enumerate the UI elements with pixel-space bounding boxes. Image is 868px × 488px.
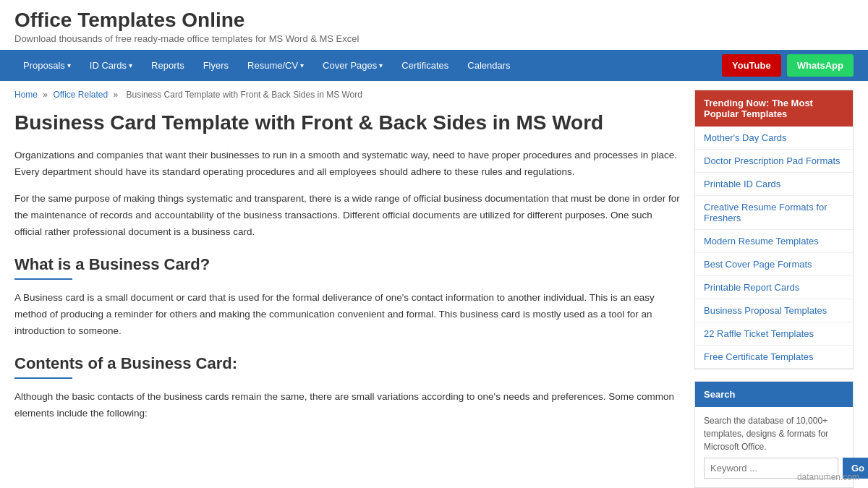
nav-item-id-cards[interactable]: ID Cards ▾ <box>81 50 141 81</box>
site-title: Office Templates Online <box>14 9 854 32</box>
list-item: Modern Resume Templates <box>695 230 853 253</box>
sidebar: Trending Now: The Most Popular Templates… <box>694 90 854 488</box>
breadcrumb-current: Business Card Template with Front & Back… <box>127 90 362 100</box>
section-underline <box>14 278 72 280</box>
article-para1: Organizations and companies that want th… <box>14 147 680 181</box>
section2-para: Although the basic contacts of the busin… <box>14 389 680 422</box>
trending-link[interactable]: Mother's Day Cards <box>695 127 853 149</box>
nav-item-proposals[interactable]: Proposals ▾ <box>14 50 80 81</box>
nav-item-resume-cv[interactable]: Resume/CV ▾ <box>239 50 312 81</box>
list-item: Creative Resume Formats for Freshers <box>695 196 853 230</box>
main-content: Home » Office Related » Business Card Te… <box>14 90 680 488</box>
article-para2: For the same purpose of making things sy… <box>14 191 680 241</box>
section1-heading: What is a Business Card? <box>14 255 680 274</box>
nav-item-calendars[interactable]: Calendars <box>459 50 519 81</box>
trending-link[interactable]: Best Cover Page Formats <box>695 253 853 275</box>
nav-bar: Proposals ▾ ID Cards ▾ Reports Flyers Re… <box>0 50 868 81</box>
list-item: Doctor Prescription Pad Formats <box>695 150 853 173</box>
section2-heading: Contents of a Business Card: <box>14 354 680 373</box>
trending-list: Mother's Day CardsDoctor Prescription Pa… <box>695 127 853 369</box>
site-header: Office Templates Online Download thousan… <box>0 0 868 50</box>
nav-item-cover-pages[interactable]: Cover Pages ▾ <box>314 50 391 81</box>
list-item: Printable Report Cards <box>695 276 853 299</box>
list-item: Business Proposal Templates <box>695 299 853 322</box>
trending-link[interactable]: Creative Resume Formats for Freshers <box>695 196 853 229</box>
chevron-down-icon: ▾ <box>300 61 304 69</box>
trending-box: Trending Now: The Most Popular Templates… <box>694 90 854 369</box>
footer-watermark: datanumen.com <box>797 472 859 482</box>
search-description: Search the database of 10,000+ templates… <box>695 407 853 458</box>
chevron-down-icon: ▾ <box>67 61 71 69</box>
search-header: Search <box>695 382 853 407</box>
whatsapp-button[interactable]: WhatsApp <box>787 54 854 77</box>
trending-link[interactable]: Printable Report Cards <box>695 276 853 299</box>
breadcrumb: Home » Office Related » Business Card Te… <box>14 90 680 100</box>
trending-link[interactable]: Free Certificate Templates <box>695 346 853 368</box>
breadcrumb-home[interactable]: Home <box>14 90 38 100</box>
trending-header: Trending Now: The Most Popular Templates <box>695 90 853 127</box>
nav-item-reports[interactable]: Reports <box>142 50 193 81</box>
nav-item-flyers[interactable]: Flyers <box>195 50 237 81</box>
trending-link[interactable]: 22 Raffle Ticket Templates <box>695 322 853 345</box>
trending-link[interactable]: Business Proposal Templates <box>695 299 853 322</box>
trending-link[interactable]: Modern Resume Templates <box>695 230 853 252</box>
chevron-down-icon: ▾ <box>379 61 383 69</box>
site-subtitle: Download thousands of free ready-made of… <box>14 33 854 44</box>
breadcrumb-parent[interactable]: Office Related <box>53 90 108 100</box>
trending-link[interactable]: Printable ID Cards <box>695 173 853 195</box>
list-item: Best Cover Page Formats <box>695 253 853 276</box>
list-item: Printable ID Cards <box>695 173 853 196</box>
trending-link[interactable]: Doctor Prescription Pad Formats <box>695 150 853 172</box>
content-wrapper: Home » Office Related » Business Card Te… <box>0 81 868 488</box>
nav-item-certificates[interactable]: Certificates <box>393 50 457 81</box>
youtube-button[interactable]: YouTube <box>722 54 781 77</box>
section2-underline <box>14 377 72 379</box>
section1-para: A Business card is a small document or c… <box>14 290 680 340</box>
list-item: Mother's Day Cards <box>695 127 853 150</box>
article-heading: Business Card Template with Front & Back… <box>14 110 680 136</box>
chevron-down-icon: ▾ <box>129 61 132 69</box>
list-item: Free Certificate Templates <box>695 346 853 369</box>
list-item: 22 Raffle Ticket Templates <box>695 322 853 346</box>
